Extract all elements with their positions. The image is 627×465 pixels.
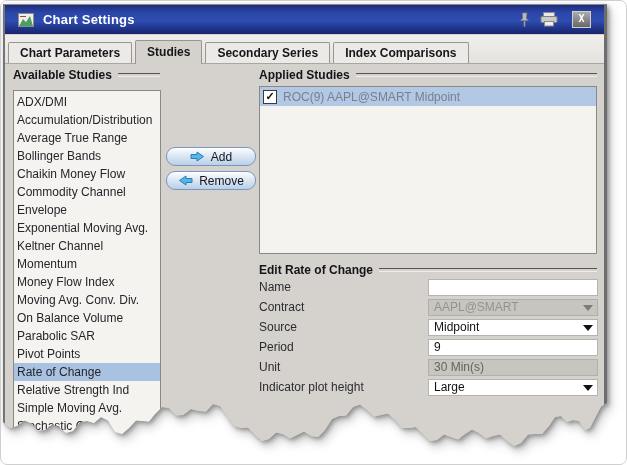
add-button[interactable]: Add	[166, 147, 256, 166]
tab-chart-parameters[interactable]: Chart Parameters	[8, 42, 132, 63]
field-label-name: Name	[259, 280, 428, 294]
applied-study-label: ROC(9) AAPL@SMART Midpoint	[283, 90, 460, 104]
applied-studies-title: Applied Studies	[259, 68, 350, 82]
list-item-momentum[interactable]: Momentum	[14, 255, 160, 273]
dialog-shadow-wrap: Chart Settings X	[1, 1, 626, 464]
add-button-label: Add	[211, 150, 232, 164]
indicator-plot-height-select[interactable]: Large	[428, 379, 598, 396]
list-item-simple-moving-avg[interactable]: Simple Moving Avg.	[14, 399, 160, 417]
applied-study-row[interactable]: ✓ROC(9) AAPL@SMART Midpoint	[260, 87, 596, 106]
form-row: Period9	[259, 337, 599, 357]
applied-studies-header: Applied Studies	[259, 68, 597, 82]
header-rule	[118, 73, 160, 77]
list-item-money-flow-index[interactable]: Money Flow Index	[14, 273, 160, 291]
field-label-contract: Contract	[259, 300, 428, 314]
unit-input: 30 Min(s)	[428, 359, 598, 376]
edit-study-header: Edit Rate of Change	[259, 263, 597, 277]
dialog-title: Chart Settings	[43, 12, 135, 27]
titlebar[interactable]: Chart Settings X	[5, 5, 604, 34]
list-item-pivot-points[interactable]: Pivot Points	[14, 345, 160, 363]
list-item-on-balance-volume[interactable]: On Balance Volume	[14, 309, 160, 327]
tab-secondary-series[interactable]: Secondary Series	[205, 42, 330, 63]
dropdown-arrow-icon	[583, 385, 593, 391]
field-label-unit: Unit	[259, 360, 428, 374]
available-studies-title: Available Studies	[13, 68, 112, 82]
applied-studies-list[interactable]: ✓ROC(9) AAPL@SMART Midpoint	[259, 86, 597, 254]
header-rule	[356, 73, 597, 77]
arrow-right-icon	[190, 151, 205, 162]
contract-select: AAPL@SMART	[428, 299, 598, 316]
chart-window-icon	[18, 13, 34, 27]
list-item-relative-strength-ind[interactable]: Relative Strength Ind	[14, 381, 160, 399]
field-value: Midpoint	[434, 320, 479, 334]
list-item-average-true-range[interactable]: Average True Range	[14, 129, 160, 147]
tab-bar: Chart ParametersStudiesSecondary SeriesI…	[5, 35, 604, 64]
list-item-keltner-channel[interactable]: Keltner Channel	[14, 237, 160, 255]
remove-button-label: Remove	[199, 174, 244, 188]
form-row: Unit30 Min(s)	[259, 357, 599, 377]
source-select[interactable]: Midpoint	[428, 319, 598, 336]
edit-study-title: Edit Rate of Change	[259, 263, 373, 277]
list-item-stochastic-osc[interactable]: Stochastic Osc.	[14, 417, 160, 435]
close-icon[interactable]: X	[572, 11, 591, 28]
list-item-rate-of-change[interactable]: Rate of Change	[14, 363, 160, 381]
tab-index-comparisons[interactable]: Index Comparisons	[333, 42, 468, 63]
list-item-chaikin-money-flow[interactable]: Chaikin Money Flow	[14, 165, 160, 183]
arrow-left-icon	[178, 175, 193, 186]
form-row: SourceMidpoint	[259, 317, 599, 337]
checkbox-icon[interactable]: ✓	[263, 90, 277, 104]
dropdown-arrow-icon	[583, 305, 593, 311]
form-row: ContractAAPL@SMART	[259, 297, 599, 317]
available-studies-list[interactable]: ADX/DMIAccumulation/DistributionAverage …	[13, 90, 161, 450]
pin-icon[interactable]	[518, 12, 531, 28]
field-label-period: Period	[259, 340, 428, 354]
studies-panel: Available Studies ADX/DMIAccumulation/Di…	[5, 64, 604, 450]
field-value: 30 Min(s)	[434, 360, 484, 374]
printer-icon[interactable]	[540, 12, 558, 27]
screenshot-frame: Chart Settings X	[0, 0, 627, 465]
chart-settings-dialog: Chart Settings X	[3, 4, 607, 450]
list-item-exponential-moving-avg[interactable]: Exponential Moving Avg.	[14, 219, 160, 237]
list-item-moving-avg-conv-div[interactable]: Moving Avg. Conv. Div.	[14, 291, 160, 309]
field-value: 9	[434, 340, 441, 354]
tab-studies[interactable]: Studies	[135, 40, 202, 64]
period-input[interactable]: 9	[428, 339, 598, 356]
edit-study-form: NameContractAAPL@SMARTSourceMidpointPeri…	[259, 277, 599, 397]
field-value: AAPL@SMART	[434, 300, 519, 314]
header-rule	[379, 268, 597, 272]
list-item-adx-dmi[interactable]: ADX/DMI	[14, 93, 160, 111]
available-studies-header: Available Studies	[13, 68, 160, 82]
list-item-parabolic-sar[interactable]: Parabolic SAR	[14, 327, 160, 345]
form-row: Name	[259, 277, 599, 297]
list-item-commodity-channel[interactable]: Commodity Channel	[14, 183, 160, 201]
remove-button[interactable]: Remove	[166, 171, 256, 190]
list-item-bollinger-bands[interactable]: Bollinger Bands	[14, 147, 160, 165]
list-item-envelope[interactable]: Envelope	[14, 201, 160, 219]
name-input[interactable]	[428, 279, 598, 296]
dropdown-arrow-icon	[583, 325, 593, 331]
field-value: Large	[434, 380, 465, 394]
field-label-source: Source	[259, 320, 428, 334]
list-item-accumulation-distribution[interactable]: Accumulation/Distribution	[14, 111, 160, 129]
form-row: Indicator plot heightLarge	[259, 377, 599, 397]
field-label-indicator-plot-height: Indicator plot height	[259, 380, 428, 394]
